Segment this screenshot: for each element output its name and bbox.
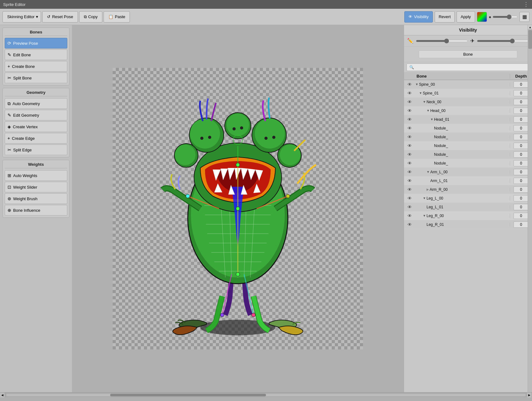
geometry-section: Geometry ⧉ Auto Geometry ✎ Edit Geometry… [3,88,69,157]
weight-brush-label: Weight Brush [13,196,38,201]
expand-icon[interactable]: ▶ [427,188,429,191]
h-scroll-thumb[interactable] [110,394,266,396]
depth-input[interactable] [514,116,529,123]
color-button[interactable] [477,12,487,22]
copy-button[interactable]: ⧉ Copy [79,11,102,23]
split-bone-button[interactable]: ✂ Split Bone [5,73,67,83]
eye-toggle[interactable]: 👁 [404,143,415,148]
eye-toggle[interactable]: 👁 [404,213,415,218]
expand-icon[interactable]: ▼ [419,91,422,95]
opacity-slider-right[interactable] [477,40,529,42]
bottom-scrollbar: ◀ ▶ [0,392,532,397]
revert-label: Revert [439,14,451,19]
eye-toggle[interactable]: 👁 [404,91,415,96]
bone-influence-button[interactable]: ⊕ Bone Influence [5,205,67,216]
expand-icon[interactable]: ▼ [415,83,418,86]
eye-toggle[interactable]: 👁 [404,178,415,183]
create-vertex-button[interactable]: ◈ Create Vertex [5,121,67,132]
eye-toggle[interactable]: 👁 [404,126,415,131]
eye-toggle[interactable]: 👁 [404,222,415,227]
expand-icon[interactable]: ▼ [427,109,430,112]
brightness-slider[interactable] [493,16,518,18]
paste-icon: 📋 [108,14,113,19]
depth-input[interactable] [514,90,529,96]
visibility-button[interactable]: 👁 Visibility [404,11,433,23]
apply-button[interactable]: Apply [457,11,475,23]
expand-icon[interactable]: ▼ [423,100,426,104]
right-scrollbar[interactable]: ▲ [528,25,532,392]
bone-table[interactable]: Bone Depth 👁 ▼ Spine_00 👁 ▼ Spine_01 [404,73,532,392]
depth-input[interactable] [514,99,529,105]
depth-input[interactable] [514,169,529,175]
eye-toggle[interactable]: 👁 [404,135,415,140]
depth-input[interactable] [514,108,529,114]
eye-toggle[interactable]: 👁 [404,187,415,192]
depth-input[interactable] [514,151,529,158]
auto-weights-label: Auto Weights [13,173,37,178]
expand-icon[interactable]: ▼ [427,170,430,174]
scroll-thumb[interactable] [528,30,532,49]
eye-toggle[interactable]: 👁 [404,117,415,122]
expand-icon[interactable]: ▼ [423,214,426,217]
opacity-slider-left[interactable] [416,40,468,42]
h-scroll-track[interactable] [6,394,526,396]
depth-input[interactable] [514,160,529,166]
eye-toggle[interactable]: 👁 [404,170,415,175]
preview-pose-icon: ⟳ [8,41,11,46]
reset-pose-icon: ↺ [47,14,50,19]
split-edge-button[interactable]: ✂ Split Edge [5,145,67,155]
table-row: 👁 ▶ Arm_R_00 [404,185,532,194]
expand-icon[interactable]: ▼ [430,118,433,121]
depth-input[interactable] [514,134,529,140]
create-bone-button[interactable]: + Create Bone [5,61,67,72]
depth-input[interactable] [514,178,529,184]
edit-geometry-button[interactable]: ✎ Edit Geometry [5,110,67,120]
depth-input[interactable] [514,81,529,88]
canvas-area[interactable] [72,25,404,392]
bone-tab[interactable]: Bone [419,50,517,58]
depth-input[interactable] [514,221,529,228]
title-dots-icon[interactable]: ⋮ [523,1,529,8]
bone-search-input[interactable] [407,63,529,71]
preview-pose-button[interactable]: ⟳ Preview Pose [5,38,67,48]
skinning-editor-dropdown[interactable]: Skinning Editor ▾ [3,11,41,23]
table-row: 👁 ▼ Head_01 [404,115,532,124]
table-row: 👁 Nodule_ [404,133,532,141]
reset-pose-button[interactable]: ↺ Reset Pose [42,11,78,23]
edit-bone-button[interactable]: ✎ Edit Bone [5,49,67,60]
scroll-up-arrow[interactable]: ▲ [528,25,532,29]
eye-toggle[interactable]: 👁 [404,82,415,87]
bone-name: Nodule_ [434,135,448,139]
eye-toggle[interactable]: 👁 [404,152,415,157]
scroll-right-arrow[interactable]: ▶ [527,393,532,398]
table-row: 👁 Leg_R_01 [404,220,532,229]
paste-button[interactable]: 📋 Paste [104,11,130,23]
bone-influence-icon: ⊕ [8,208,11,213]
eye-toggle[interactable]: 👁 [404,196,415,201]
depth-input[interactable] [514,143,529,149]
weight-slider-button[interactable]: ⊡ Weight Slider [5,182,67,192]
bone-name: Leg_L_00 [427,196,443,200]
revert-button[interactable]: Revert [435,11,455,23]
eye-toggle[interactable]: 👁 [404,108,415,113]
scroll-left-arrow[interactable]: ◀ [0,393,5,398]
svg-point-9 [175,145,196,165]
depth-input[interactable] [514,213,529,219]
grid-button[interactable]: ▦ [519,12,529,22]
eye-toggle[interactable]: 👁 [404,99,415,104]
eye-toggle[interactable]: 👁 [404,205,415,210]
auto-geometry-label: Auto Geometry [13,101,40,106]
depth-input[interactable] [514,125,529,131]
toolbar: Skinning Editor ▾ ↺ Reset Pose ⧉ Copy 📋 … [0,9,532,25]
auto-weights-button[interactable]: ⊞ Auto Weights [5,170,67,181]
depth-input[interactable] [514,204,529,210]
weight-brush-button[interactable]: ⊛ Weight Brush [5,193,67,204]
depth-input[interactable] [514,186,529,193]
create-edge-button[interactable]: ⌖ Create Edge [5,133,67,144]
expand-icon[interactable]: ▼ [423,196,426,200]
depth-input[interactable] [514,195,529,201]
canvas-viewport[interactable] [113,68,363,349]
bone-name: Arm_L_00 [430,170,448,174]
auto-geometry-button[interactable]: ⧉ Auto Geometry [5,98,67,109]
eye-toggle[interactable]: 👁 [404,161,415,166]
